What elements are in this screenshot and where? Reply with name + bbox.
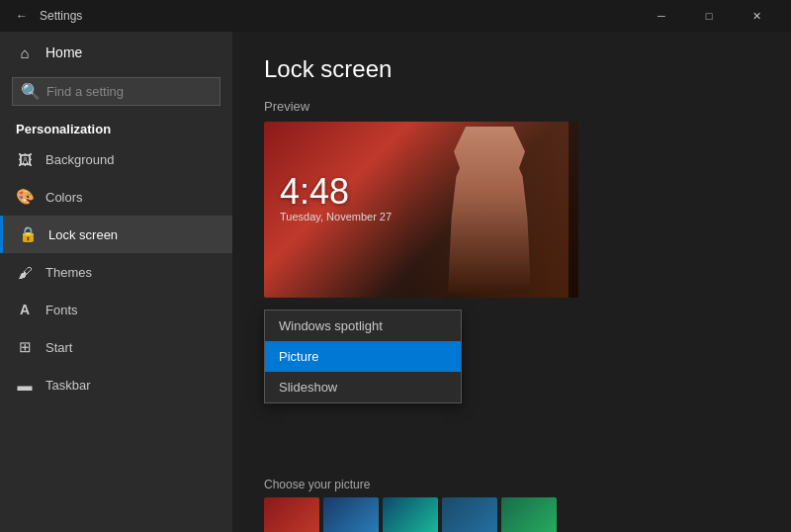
back-button[interactable]: ← bbox=[12, 6, 32, 26]
home-icon: ⌂ bbox=[16, 44, 34, 61]
titlebar: ← Settings ─ □ ✕ bbox=[0, 0, 791, 32]
home-label: Home bbox=[45, 44, 82, 60]
themes-label: Themes bbox=[45, 265, 92, 280]
thumb-3[interactable] bbox=[383, 497, 438, 532]
choose-picture-label: Choose your picture bbox=[264, 478, 759, 491]
preview-figure bbox=[410, 122, 569, 298]
sidebar-item-start[interactable]: ⊞ Start bbox=[0, 328, 232, 366]
colors-label: Colors bbox=[45, 190, 83, 205]
taskbar-label: Taskbar bbox=[45, 378, 91, 393]
fonts-icon: A bbox=[16, 301, 34, 318]
sidebar-item-colors[interactable]: 🎨 Colors bbox=[0, 178, 232, 216]
dropdown-item-picture[interactable]: Picture bbox=[265, 341, 461, 372]
fonts-label: Fonts bbox=[45, 303, 78, 317]
sidebar-item-themes[interactable]: 🖌 Themes bbox=[0, 253, 232, 291]
preview-label: Preview bbox=[264, 99, 759, 114]
titlebar-title: Settings bbox=[40, 9, 639, 23]
lock-icon: 🔒 bbox=[19, 225, 37, 243]
thumb-1[interactable] bbox=[264, 497, 319, 532]
personalization-label: Personalization bbox=[0, 114, 232, 140]
sidebar-item-fonts[interactable]: A Fonts bbox=[0, 291, 232, 328]
search-icon: 🔍 bbox=[21, 82, 41, 101]
taskbar-icon: ▬ bbox=[16, 376, 34, 394]
dropdown-item-slideshow[interactable]: Slideshow bbox=[265, 372, 461, 402]
background-dropdown[interactable]: Windows spotlight Picture Slideshow bbox=[264, 310, 462, 403]
thumb-5[interactable] bbox=[501, 497, 557, 532]
sidebar: ⌂ Home 🔍 Personalization 🖼 Background 🎨 … bbox=[0, 32, 232, 532]
background-selector: Windows spotlight Picture Slideshow bbox=[264, 310, 759, 418]
lock-screen-preview: 4:48 Tuesday, November 27 bbox=[264, 122, 578, 298]
start-icon: ⊞ bbox=[16, 338, 34, 356]
dropdown-item-spotlight[interactable]: Windows spotlight bbox=[265, 310, 461, 341]
thumb-4[interactable] bbox=[442, 497, 497, 532]
preview-date: Tuesday, November 27 bbox=[280, 211, 392, 222]
picture-thumbnails bbox=[264, 497, 759, 532]
sidebar-item-lock-screen[interactable]: 🔒 Lock screen bbox=[0, 216, 232, 253]
themes-icon: 🖌 bbox=[16, 263, 34, 281]
start-label: Start bbox=[45, 340, 72, 355]
window-controls: ─ □ ✕ bbox=[639, 0, 779, 32]
search-box: 🔍 bbox=[12, 77, 220, 106]
sidebar-item-taskbar[interactable]: ▬ Taskbar bbox=[0, 366, 232, 403]
close-button[interactable]: ✕ bbox=[734, 0, 779, 32]
page-title: Lock screen bbox=[264, 55, 759, 83]
lock-screen-label: Lock screen bbox=[48, 227, 118, 242]
colors-icon: 🎨 bbox=[16, 188, 34, 206]
background-icon: 🖼 bbox=[16, 150, 34, 168]
maximize-button[interactable]: □ bbox=[686, 0, 732, 32]
sidebar-item-home[interactable]: ⌂ Home bbox=[0, 32, 232, 73]
main-layout: ⌂ Home 🔍 Personalization 🖼 Background 🎨 … bbox=[0, 32, 791, 532]
thumb-2[interactable] bbox=[323, 497, 379, 532]
minimize-button[interactable]: ─ bbox=[639, 0, 684, 32]
preview-time: 4:48 bbox=[280, 171, 349, 213]
background-label: Background bbox=[45, 152, 114, 167]
sidebar-item-background[interactable]: 🖼 Background bbox=[0, 140, 232, 178]
preview-person-silhouette bbox=[430, 127, 549, 293]
content-area: Lock screen Preview 4:48 Tuesday, Novemb… bbox=[232, 32, 791, 532]
search-input[interactable] bbox=[46, 84, 213, 99]
